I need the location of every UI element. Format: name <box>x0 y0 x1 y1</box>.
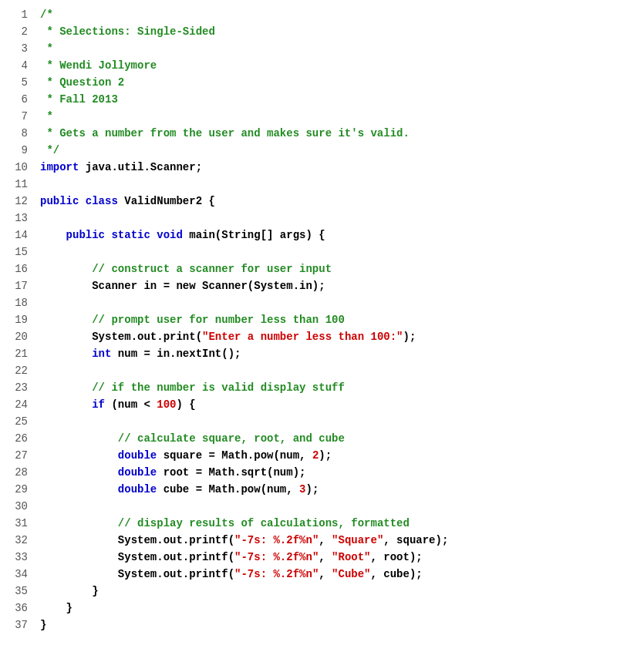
code-line: 23 // if the number is valid display stu… <box>0 379 617 396</box>
token-default <box>40 551 118 563</box>
line-content: if (num < 100) { <box>40 396 196 413</box>
code-line: 27 double square = Math.pow(num, 2); <box>0 447 617 464</box>
line-number: 15 <box>6 244 28 260</box>
token-default: System.out.printf( <box>118 534 234 546</box>
line-content: * Question 2 <box>40 74 124 91</box>
token-keyword: public <box>40 195 86 207</box>
token-comment: // display results of calculations, form… <box>118 517 410 529</box>
line-number: 33 <box>6 549 28 566</box>
token-comment: // calculate square, root, and cube <box>118 432 345 445</box>
token-default: System.out.print( <box>92 331 202 343</box>
line-content: double square = Math.pow(num, 2); <box>40 447 332 464</box>
line-number: 26 <box>6 430 28 447</box>
code-line: 9 */ <box>0 142 617 159</box>
code-line: 18 <box>0 294 617 311</box>
line-content: public class ValidNumber2 { <box>40 193 215 210</box>
code-line: 14 public static void main(String[] args… <box>0 227 617 244</box>
line-number: 29 <box>6 481 28 498</box>
code-line: 30 <box>0 498 617 515</box>
code-line: 16 // construct a scanner for user input <box>0 260 617 277</box>
line-content <box>40 210 46 227</box>
token-default <box>40 280 92 292</box>
token-string: "Enter a number less than 100:" <box>202 331 403 343</box>
line-number: 31 <box>6 515 28 532</box>
token-keyword: static <box>111 229 157 241</box>
token-default: , <box>319 568 332 580</box>
token-default <box>40 263 92 275</box>
token-default: , root); <box>371 551 423 563</box>
token-default <box>40 331 92 343</box>
code-line: 26 // calculate square, root, and cube <box>0 430 617 447</box>
line-number: 36 <box>6 600 28 617</box>
token-keyword: int <box>92 348 118 360</box>
token-comment: /* <box>40 8 53 21</box>
token-comment: * Fall 2013 <box>40 93 118 106</box>
code-line: 15 <box>0 244 617 260</box>
token-default: square = Math.pow(num, <box>164 449 312 462</box>
line-content: System.out.printf("-7s: %.2f%n", "Cube",… <box>40 566 423 583</box>
code-line: 10import java.util.Scanner; <box>0 159 617 176</box>
token-comment: * Question 2 <box>40 76 124 89</box>
line-number: 12 <box>6 193 28 210</box>
token-default: Scanner in = new Scanner(System.in); <box>92 280 325 292</box>
token-default <box>40 602 66 614</box>
code-line: 17 Scanner in = new Scanner(System.in); <box>0 277 617 294</box>
token-string: "-7s: %.2f%n" <box>234 568 319 580</box>
token-keyword: if <box>92 398 111 411</box>
token-default: , cube); <box>371 568 423 580</box>
token-default <box>40 381 92 394</box>
token-keyword: double <box>118 483 164 496</box>
token-default <box>40 568 118 580</box>
line-content <box>40 498 46 515</box>
line-number: 32 <box>6 532 28 549</box>
token-default: } <box>66 602 72 614</box>
token-keyword: double <box>118 449 164 462</box>
line-number: 2 <box>6 23 28 40</box>
line-number: 24 <box>6 396 28 413</box>
token-default <box>40 398 92 411</box>
token-default: ); <box>305 483 319 496</box>
token-comment: // if the number is valid display stuff <box>92 381 345 394</box>
line-content: * <box>40 40 53 57</box>
token-default: num = in.nextInt(); <box>118 348 241 360</box>
code-line: 37} <box>0 617 617 633</box>
code-line: 5 * Question 2 <box>0 74 617 91</box>
line-number: 9 <box>6 142 28 159</box>
token-default <box>40 483 118 496</box>
token-default: ); <box>403 331 416 343</box>
token-comment: * <box>40 42 53 55</box>
token-keyword: class <box>86 195 124 207</box>
token-default <box>40 466 118 479</box>
line-content: * Gets a number from the user and makes … <box>40 125 410 142</box>
line-content: int num = in.nextInt(); <box>40 345 241 362</box>
line-content: double root = Math.sqrt(num); <box>40 464 305 481</box>
token-keyword: void <box>157 229 189 241</box>
line-number: 21 <box>6 345 28 362</box>
token-comment: */ <box>40 144 59 156</box>
token-keyword: double <box>118 466 164 479</box>
token-default <box>40 585 92 597</box>
line-number: 18 <box>6 294 28 311</box>
code-line: 13 <box>0 210 617 227</box>
token-string: "-7s: %.2f%n" <box>234 551 319 563</box>
token-default <box>40 449 118 462</box>
token-number: 100 <box>157 398 176 411</box>
line-number: 3 <box>6 40 28 57</box>
line-number: 17 <box>6 277 28 294</box>
line-number: 7 <box>6 108 28 125</box>
line-number: 19 <box>6 311 28 328</box>
code-line: 28 double root = Math.sqrt(num); <box>0 464 617 481</box>
token-keyword: import <box>40 161 86 173</box>
line-content: double cube = Math.pow(num, 3); <box>40 481 319 498</box>
code-line: 1/* <box>0 6 617 23</box>
token-default: root = Math.sqrt(num); <box>164 466 306 479</box>
line-number: 6 <box>6 91 28 108</box>
token-default <box>40 314 92 326</box>
token-default: ); <box>319 449 332 462</box>
token-default: (num < <box>111 398 157 411</box>
line-number: 8 <box>6 125 28 142</box>
token-default: System.out.printf( <box>118 568 234 580</box>
code-line: 2 * Selections: Single-Sided <box>0 23 617 40</box>
line-number: 25 <box>6 413 28 430</box>
line-number: 10 <box>6 159 28 176</box>
